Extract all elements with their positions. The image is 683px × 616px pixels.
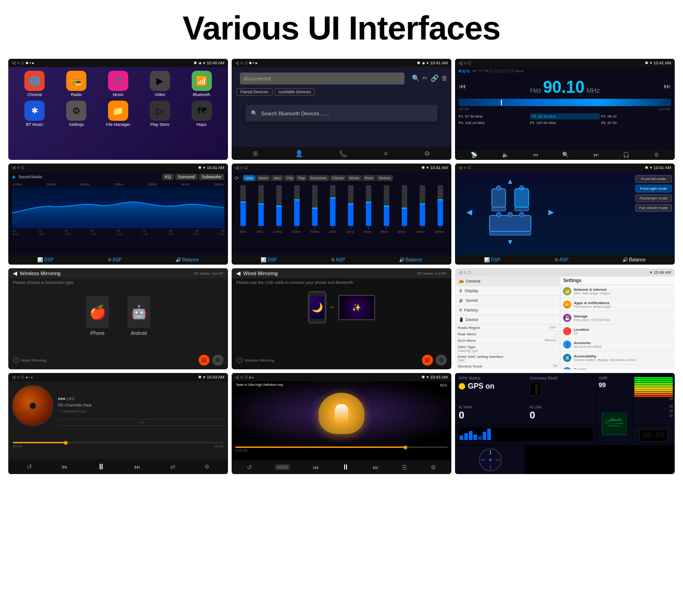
app-settings[interactable]: ⚙ Settings	[57, 101, 96, 127]
next-video-icon[interactable]: ⏭	[373, 464, 379, 471]
settings-display[interactable]: 🖥 Display	[455, 286, 560, 296]
mode-movie[interactable]: Movie	[347, 175, 361, 181]
settings-device[interactable]: 📱 Device	[455, 315, 560, 325]
recent-icon[interactable]: □	[468, 270, 470, 275]
tab-available[interactable]: Available Devices	[274, 88, 315, 96]
radio-toolbar-icon-6[interactable]: 🎧	[623, 152, 630, 158]
android-apps[interactable]: 🔔 Apps & notificationsPermissions, defau…	[560, 298, 675, 311]
repeat-video-icon[interactable]: ↺	[247, 464, 252, 471]
recent-icon[interactable]: □	[21, 61, 23, 65]
home-icon[interactable]: ○	[17, 61, 19, 65]
setting-aux-mirror[interactable]: AUX MirrorManual ›	[455, 338, 560, 344]
app-btmusic[interactable]: ✱ BT Music	[16, 101, 54, 127]
repeat-icon[interactable]: ↺	[27, 463, 32, 470]
preset-p6[interactable]: P687.50	[601, 121, 671, 125]
setting-shortcut[interactable]: Shortcut TouchOff	[455, 363, 560, 369]
radio-toolbar-icon-7[interactable]: ⚙	[654, 152, 659, 158]
home-icon[interactable]: ○	[240, 165, 243, 170]
contact-icon[interactable]: 👤	[295, 150, 303, 157]
search-btn[interactable]: 🔍	[412, 74, 420, 82]
preset-p3[interactable]: P398.10	[601, 113, 671, 119]
radio-toolbar-icon-4[interactable]: 🔍	[562, 152, 569, 158]
iphone-device[interactable]: 🍎 iPhone	[86, 296, 109, 336]
back-icon[interactable]: ◁	[12, 375, 15, 379]
radio-toolbar-icon-5[interactable]: ⏭	[593, 152, 599, 158]
radio-toolbar-icon-1[interactable]: 📡	[471, 152, 478, 158]
recent-icon[interactable]: □	[468, 165, 470, 170]
edit-btn[interactable]: ✏	[422, 74, 428, 82]
balance-tab2[interactable]: 🔊 Balance	[399, 257, 422, 262]
prev-music-icon[interactable]: ⏮	[61, 463, 68, 470]
home-icon[interactable]: ○	[17, 375, 19, 379]
mode-classic[interactable]: Classic	[330, 175, 347, 181]
setting-rear-mirror[interactable]: Rear Mirror›	[455, 331, 560, 338]
recent-icon[interactable]: □	[245, 61, 247, 65]
back-mirror-icon[interactable]: ◀	[13, 270, 17, 277]
preset-p2[interactable]: P290.10 MHz	[530, 113, 600, 119]
app-maps[interactable]: 🗺 Maps	[182, 101, 221, 127]
eq-btn[interactable]: EQ	[162, 174, 174, 180]
setting-swc-interface[interactable]: Enter SWC setting Interface SWC	[455, 354, 560, 363]
list-video-icon[interactable]: ☰	[402, 464, 407, 471]
link-btn[interactable]: 🔗	[431, 74, 438, 82]
next-btn[interactable]: ⏭	[664, 82, 671, 90]
preset-p5[interactable]: P5107.90 MHz	[530, 121, 600, 125]
mode-rock[interactable]: Rock	[363, 175, 376, 181]
home-icon[interactable]: ○	[17, 165, 19, 170]
android-location[interactable]: 📍 LocationOn	[560, 325, 675, 338]
bt-search-bar[interactable]: disconnected	[240, 73, 404, 85]
preset-p4[interactable]: P4106.10 MHz	[459, 121, 529, 125]
cast-icon[interactable]: ⊟	[199, 355, 210, 366]
home-icon[interactable]: ○	[464, 165, 466, 170]
eq-music-icon[interactable]: ⚙	[205, 463, 210, 470]
full-vehicle-mode[interactable]: Full vehicle mode	[635, 204, 672, 212]
auto-icon[interactable]: AUTO	[275, 464, 290, 470]
app-video[interactable]: ▶ Video	[141, 71, 179, 97]
prev-btn[interactable]: ⏮	[459, 82, 466, 90]
asp-tab[interactable]: ⚙ ASP	[108, 257, 122, 262]
android-storage[interactable]: 💾 StorageFree used: 19.58 GB free	[560, 311, 675, 325]
shuffle-icon[interactable]: ⇄	[170, 463, 176, 470]
recent-icon[interactable]: □	[245, 165, 247, 170]
front-left-mode[interactable]: Front left mode	[635, 175, 672, 183]
mode-city[interactable]: City	[284, 175, 295, 181]
dsp-tab3[interactable]: 📊 DSP	[484, 257, 500, 262]
app-chrome[interactable]: 🌐 Chrome	[16, 71, 54, 97]
radio-toolbar-icon-3[interactable]: ⏮	[533, 152, 538, 158]
refresh-icon[interactable]: ⟳	[234, 175, 239, 181]
recent-icon[interactable]: □	[245, 375, 247, 379]
android-accessibility[interactable]: ♿ AccessibilityScreen readers, display, …	[560, 351, 675, 365]
balance-active-tab[interactable]: 🔊 Balance	[622, 257, 646, 262]
delete-btn[interactable]: 🗑	[441, 74, 448, 82]
android-device[interactable]: 🤖 Android	[127, 296, 150, 336]
back-icon[interactable]: ◁	[235, 165, 239, 170]
play-icon[interactable]: ⏸	[97, 462, 105, 472]
settings-general[interactable]: 📻 General	[455, 277, 560, 286]
prev-video-icon[interactable]: ⏮	[313, 464, 319, 471]
back-icon[interactable]: ◁	[235, 375, 239, 379]
android-network[interactable]: 📶 Network & internetWiFi, data usage, ho…	[560, 285, 675, 298]
wireless-mirror-link[interactable]: ⬡ Wireless Mirroring	[236, 357, 274, 363]
settings-sound[interactable]: 🔊 Sound	[455, 296, 560, 305]
eq-video-icon[interactable]: ⚙	[431, 464, 436, 471]
android-google[interactable]: G GoogleServices & preferences	[560, 365, 675, 369]
preset-p1[interactable]: P187.50 MHz	[459, 113, 529, 119]
recent-icon[interactable]: □	[21, 165, 23, 170]
home-icon[interactable]: ○	[464, 61, 466, 65]
mode-news[interactable]: News	[256, 175, 270, 181]
back-icon[interactable]: ◁	[12, 165, 15, 170]
asp-tab3[interactable]: ⚙ ASP	[554, 257, 569, 262]
mode-pop[interactable]: Pop	[296, 175, 307, 181]
wired-mirror-link[interactable]: ⬡ Wired Mirroring	[13, 357, 46, 363]
settings-icon[interactable]: ⚙	[424, 150, 430, 157]
setting-swc-type[interactable]: SWC Type Learning Type	[455, 344, 560, 354]
home-icon[interactable]: ○	[240, 61, 243, 65]
next-music-icon[interactable]: ⏭	[134, 463, 141, 470]
tab-paired[interactable]: Paired Devices	[236, 88, 273, 96]
front-right-mode[interactable]: Front right mode	[635, 185, 672, 192]
list-icon[interactable]: ≡	[384, 150, 387, 157]
settings-factory[interactable]: ⚙ Factory	[455, 305, 560, 315]
radio-toolbar-icon-2[interactable]: 🔈	[502, 152, 509, 158]
balance-tab[interactable]: 🔊 Balance	[176, 257, 199, 262]
app-playstore[interactable]: ▷ Play Store	[141, 101, 179, 127]
